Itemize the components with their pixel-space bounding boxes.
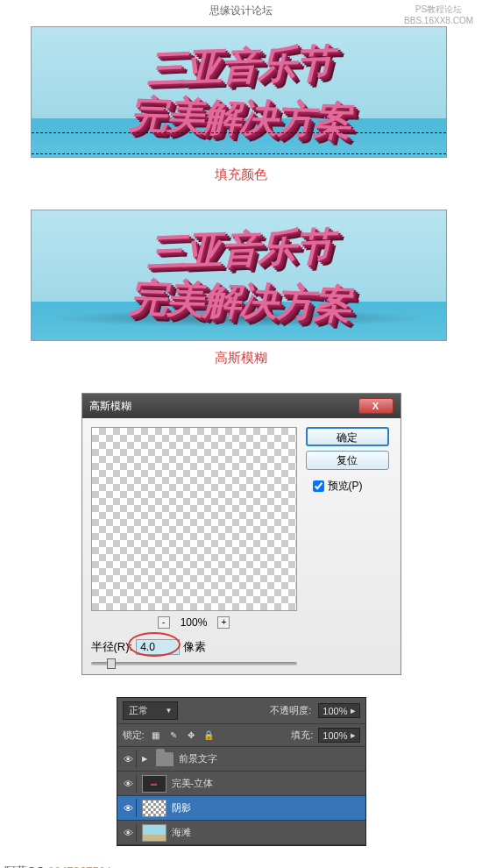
layer-thumbnail (142, 800, 167, 817)
text-line1: 三亚音乐节 (147, 220, 331, 278)
layer-name: 前景文字 (179, 752, 217, 765)
zoom-out-button[interactable]: - (158, 616, 170, 629)
fill-label: 填充: (291, 729, 313, 742)
layer-row[interactable]: 👁 ▶ 前景文字 (117, 747, 365, 772)
folder-icon (156, 752, 174, 766)
gaussian-blur-dialog: 高斯模糊 X - 100% + 半径(R): 像素 确定 复位 (82, 393, 401, 675)
layer-name: 海滩 (172, 826, 191, 839)
zoom-percent: 100% (181, 616, 208, 629)
layer-row[interactable]: 👁 海滩 (117, 821, 365, 845)
lock-brush-icon[interactable]: ✎ (167, 729, 180, 742)
opacity-label: 不透明度: (270, 704, 311, 717)
text-line1: 三亚音乐节 (147, 37, 331, 95)
dialog-title-text: 高斯模糊 (89, 399, 131, 414)
footer-credit: 阿蒙QQ:2247367564 (0, 850, 482, 868)
ok-button[interactable]: 确定 (306, 427, 389, 446)
folder-toggle-icon[interactable]: ▶ (142, 755, 151, 763)
eye-icon[interactable]: 👁 (124, 803, 133, 814)
fill-value: 100% (323, 730, 347, 741)
lock-move-icon[interactable]: ✥ (185, 729, 197, 742)
blend-mode-value: 正常 (129, 704, 148, 717)
lock-label: 锁定: (123, 729, 145, 742)
watermark: PS教程论坛BBS.16XX8.COM (404, 4, 473, 25)
chevron-icon: ▸ (351, 729, 356, 741)
preview-checkbox-text: 预览(P) (328, 479, 363, 494)
reset-button[interactable]: 复位 (306, 451, 389, 470)
fill-input[interactable]: 100% ▸ (318, 728, 359, 743)
example-image-2: 三亚音乐节 完美解决方案 (31, 210, 447, 341)
blend-mode-dropdown[interactable]: 正常 ▼ (123, 701, 179, 720)
layer-name: 完美-立体 (172, 777, 214, 790)
layers-panel: 正常 ▼ 不透明度: 100% ▸ 锁定: ▦ ✎ ✥ 🔒 填充: 100% ▸… (117, 697, 366, 846)
checker-pattern (92, 428, 296, 610)
preview-checkbox[interactable] (313, 480, 324, 492)
caption-2: 高斯模糊 (31, 341, 451, 388)
close-button[interactable]: X (358, 398, 393, 414)
radius-input[interactable] (136, 639, 180, 655)
radius-slider[interactable] (91, 662, 297, 665)
opacity-value: 100% (323, 706, 347, 716)
layer-thumbnail: ▬ (142, 775, 167, 793)
zoom-in-button[interactable]: + (217, 616, 230, 629)
selection-indicator (32, 132, 446, 154)
lock-transparency-icon[interactable]: ▦ (150, 729, 162, 742)
eye-icon[interactable]: 👁 (124, 754, 133, 765)
preview-box[interactable] (91, 427, 297, 611)
opacity-input[interactable]: 100% ▸ (318, 703, 359, 718)
caption-1: 填充颜色 (31, 158, 451, 205)
eye-icon[interactable]: 👁 (124, 779, 133, 789)
radius-unit: 像素 (183, 639, 206, 655)
lock-all-icon[interactable]: 🔒 (202, 729, 215, 742)
eye-icon[interactable]: 👁 (124, 828, 133, 838)
example-image-1: 三亚音乐节 完美解决方案 (31, 26, 447, 158)
chevron-icon: ▸ (351, 705, 356, 716)
layer-row[interactable]: 👁 ▬ 完美-立体 (117, 772, 365, 796)
layer-thumbnail (142, 824, 167, 842)
layer-row[interactable]: 👁 阴影 (117, 796, 365, 821)
preview-checkbox-label[interactable]: 预览(P) (306, 479, 389, 494)
layer-name: 阴影 (172, 801, 191, 815)
text-line2: 完美解决方案 (129, 272, 350, 331)
radius-label: 半径(R): (91, 639, 133, 655)
chevron-down-icon: ▼ (166, 707, 173, 715)
site-name: 思缘设计论坛 (209, 4, 273, 17)
slider-thumb[interactable] (107, 658, 116, 669)
